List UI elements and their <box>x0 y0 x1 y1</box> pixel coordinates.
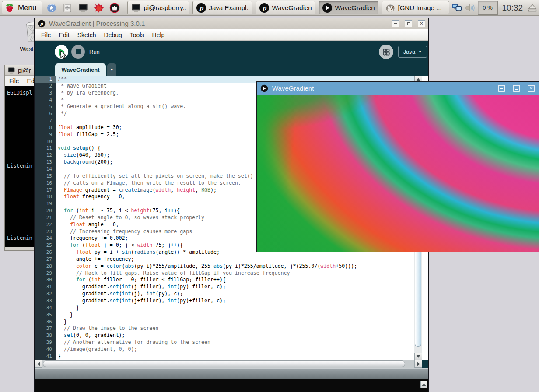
taskbar-windows: pi@raspberry...pJava Exampl...pWaveGradi… <box>127 1 449 14</box>
raspberry-icon <box>4 3 15 13</box>
menu-button[interactable]: Menu <box>2 1 42 14</box>
code-text: } <box>56 312 73 318</box>
taskbar-window-pi-raspberry[interactable]: pi@raspberry... <box>127 1 189 14</box>
web-browser-launcher[interactable] <box>45 1 59 15</box>
mode-selector-java[interactable]: Java ▼ <box>398 46 427 58</box>
svg-text:p: p <box>262 4 266 11</box>
scroll-left-button[interactable] <box>35 360 42 368</box>
web-browser-icon <box>46 3 57 13</box>
terminal-launcher[interactable] <box>76 1 90 15</box>
code-line-27[interactable]: 27 angle += frequency; <box>35 256 414 263</box>
taskbar-window-label: WaveGradien... <box>272 4 312 11</box>
taskbar-window-java-exampl[interactable]: pJava Exampl... <box>192 1 252 14</box>
code-text: // Hack to fill gaps. Raise value of fil… <box>56 270 290 276</box>
code-line-37[interactable]: 37 // Draw the image to the screen <box>35 325 414 332</box>
terminal-icon <box>78 3 88 13</box>
maximize-button[interactable] <box>513 85 520 92</box>
wolfram-launcher[interactable] <box>108 1 122 15</box>
taskbar-window-wavegradien[interactable]: pWaveGradien... <box>256 1 315 14</box>
code-line-35[interactable]: 35 } <box>35 312 414 318</box>
menu-sketch[interactable]: Sketch <box>74 32 100 38</box>
code-line-39[interactable]: 39 // Another alternative for drawing to… <box>35 339 414 346</box>
code-text: PImage gradient = createImage(width, hei… <box>56 187 217 193</box>
line-number: 3 <box>35 90 56 97</box>
code-text: } <box>56 318 67 325</box>
terminal-title: pi@r <box>18 67 31 74</box>
minimize-button[interactable] <box>498 85 505 92</box>
terminal-menu-file[interactable]: File <box>9 77 19 84</box>
code-line-32[interactable]: 32 gradient.set(int(j), int(py), c); <box>35 290 414 298</box>
line-number: 1 <box>35 76 56 83</box>
menu-debug[interactable]: Debug <box>100 32 126 38</box>
file-manager-launcher[interactable] <box>60 1 74 15</box>
tab-wavegradient[interactable]: WaveGradient <box>55 63 106 76</box>
menu-edit[interactable]: Edit <box>55 32 74 38</box>
line-number: 4 <box>35 97 56 104</box>
taskbar-window-label: Java Exampl... <box>209 4 249 11</box>
mathematica-launcher[interactable] <box>92 1 106 15</box>
menu-tools[interactable]: Tools <box>126 32 148 38</box>
eject-icon[interactable] <box>527 3 538 13</box>
code-line-30[interactable]: 30 for (int filler = 0; filler < fillGap… <box>35 276 414 284</box>
run-label: Run <box>89 49 100 55</box>
processing-icon: p <box>38 20 46 28</box>
code-line-31[interactable]: 31 gradient.set(int(j-filler), int(py)-f… <box>35 284 414 290</box>
taskbar-window-gnu-image[interactable]: [GNU Image ... <box>382 1 449 14</box>
code-line-40[interactable]: 40 //image(gradient, 0, 0); <box>35 346 414 353</box>
console-scroll-up-button[interactable] <box>420 381 427 388</box>
code-line-28[interactable]: 28 color c = color(abs(py-i)*255/amplitu… <box>35 263 414 270</box>
taskbar-window-label: WaveGradient <box>335 4 375 11</box>
cpu-monitor[interactable]: 0 % <box>478 1 498 15</box>
code-line-36[interactable]: 36 } <box>35 318 414 326</box>
play-icon <box>322 3 332 13</box>
code-text: * Wave Gradient <box>56 83 107 89</box>
clock[interactable]: 10:32 <box>502 3 523 13</box>
maximize-button[interactable] <box>405 20 412 27</box>
code-line-34[interactable]: 34 } <box>35 304 414 312</box>
code-line-38[interactable]: 38 set(0, 0, gradient); <box>35 332 414 339</box>
code-text: // Another alternative for drawing to th… <box>56 339 210 345</box>
chevron-down-icon: ▼ <box>418 50 422 54</box>
code-text: background(200); <box>56 159 113 165</box>
line-number: 30 <box>35 276 56 284</box>
code-text: size(640, 360); <box>56 152 110 158</box>
line-number: 7 <box>35 117 56 124</box>
line-number: 14 <box>35 166 56 173</box>
scroll-right-button[interactable] <box>414 360 422 368</box>
line-number: 27 <box>35 256 56 263</box>
close-button[interactable]: × <box>418 20 425 27</box>
taskbar: Menu pi@raspberry...pJava Exampl...pWave… <box>0 0 539 16</box>
taskbar-window-wavegradient[interactable]: WaveGradient <box>318 1 378 14</box>
code-line-29[interactable]: 29 // Hack to fill gaps. Raise value of … <box>35 270 414 277</box>
close-button[interactable]: × <box>528 85 535 92</box>
volume-icon[interactable] <box>465 3 475 13</box>
menu-file[interactable]: File <box>37 32 55 38</box>
line-number: 33 <box>35 298 56 304</box>
svg-text:p: p <box>40 21 44 26</box>
code-text: for (float j = 0; j < width+75; j++){ <box>56 242 183 248</box>
tab-menu-button[interactable]: ▼ <box>107 63 116 76</box>
code-line-41[interactable]: 41} <box>35 353 414 360</box>
console-area[interactable] <box>35 379 428 392</box>
line-number: 19 <box>35 200 56 207</box>
sketch-window-title: WaveGradient <box>272 84 490 92</box>
code-line-33[interactable]: 33 gradient.set(int(j+filler), int(py)+f… <box>35 298 414 304</box>
wolfram-icon <box>109 3 120 13</box>
editor-horizontal-scrollbar[interactable] <box>35 360 422 368</box>
sketch-titlebar[interactable]: WaveGradient × <box>257 82 539 94</box>
stop-button[interactable] <box>71 45 85 59</box>
horizontal-scrollbar-thumb[interactable] <box>43 360 405 367</box>
network-icon[interactable] <box>452 3 462 13</box>
debug-button[interactable] <box>379 45 393 59</box>
console-divider[interactable] <box>35 368 428 379</box>
menu-help[interactable]: Help <box>148 32 169 38</box>
menu-label: Menu <box>18 4 37 12</box>
code-text: void setup() { <box>56 145 101 151</box>
line-number: 31 <box>35 284 56 290</box>
scroll-down-button[interactable] <box>414 353 422 360</box>
code-text: */ <box>56 110 67 116</box>
processing-titlebar[interactable]: p WaveGradient | Processing 3.0.1 × <box>35 18 428 29</box>
minimize-button[interactable] <box>392 20 399 27</box>
code-text <box>56 166 58 172</box>
terminal-menu-edit[interactable]: Ed <box>27 77 35 84</box>
